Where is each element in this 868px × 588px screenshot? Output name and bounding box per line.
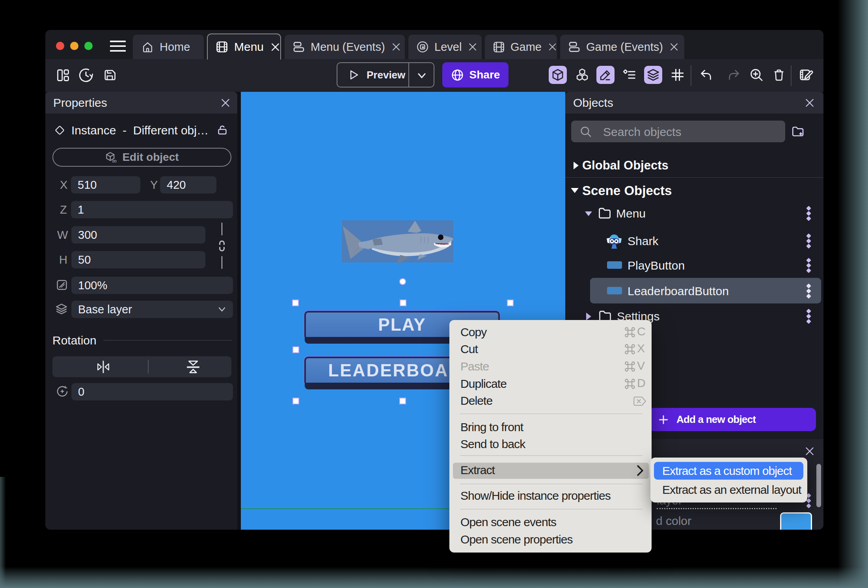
svg-text:2D: 2D (112, 159, 117, 163)
